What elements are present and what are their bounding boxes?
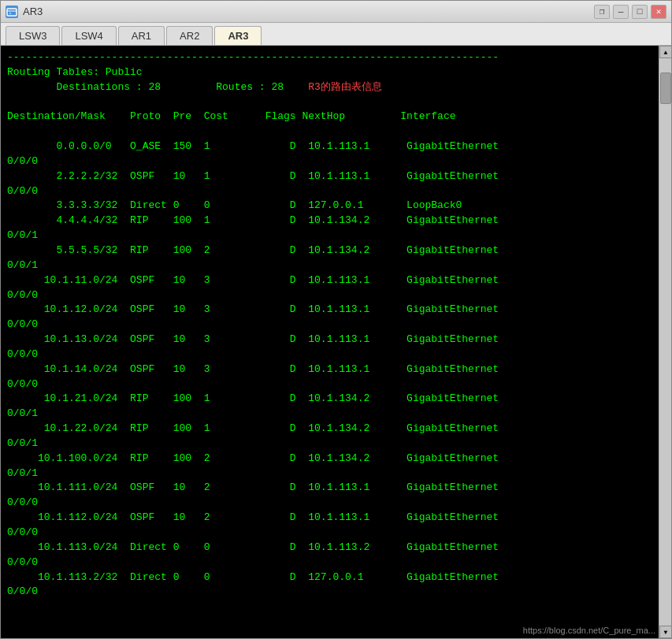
row-9-iface: 0/0/0 <box>7 378 38 390</box>
maximize-button[interactable]: □ <box>632 5 648 19</box>
row-7-iface: 0/0/0 <box>7 318 38 330</box>
row-15-iface: 0/0/0 <box>7 556 38 568</box>
terminal-content: ----------------------------------------… <box>1 46 671 638</box>
row-5: 5.5.5.5/32 RIP 100 2 D 10.1.134.2 Gigabi… <box>7 244 499 256</box>
svg-rect-0 <box>7 9 17 16</box>
row-5-iface: 0/0/1 <box>7 259 38 271</box>
app-icon <box>6 6 18 18</box>
column-header: Destination/Mask Proto Pre Cost Flags Ne… <box>7 110 456 122</box>
separator-line: ----------------------------------------… <box>7 51 499 63</box>
row-4: 4.4.4.4/32 RIP 100 1 D 10.1.134.2 Gigabi… <box>7 214 499 226</box>
row-4-iface: 0/0/1 <box>7 229 38 241</box>
scrollbar[interactable]: ▲ ▼ <box>659 46 671 638</box>
row-9: 10.1.14.0/24 OSPF 10 3 D 10.1.113.1 Giga… <box>7 363 499 375</box>
minimize-button[interactable]: — <box>613 5 629 19</box>
row-16: 10.1.113.2/32 Direct 0 0 D 127.0.0.1 Gig… <box>7 571 499 583</box>
main-window: AR3 ❐ — □ ✕ LSW3 LSW4 AR1 AR2 AR3 ------… <box>0 0 672 639</box>
scrollbar-down-button[interactable]: ▼ <box>659 626 671 638</box>
row-10-iface: 0/0/1 <box>7 407 38 419</box>
restore-button[interactable]: ❐ <box>594 5 610 19</box>
row-1: 0.0.0.0/0 O_ASE 150 1 D 10.1.113.1 Gigab… <box>7 140 499 152</box>
annotation: R3的路由表信息 <box>308 81 382 93</box>
title-bar-left: AR3 <box>6 6 43 18</box>
row-13: 10.1.111.0/24 OSPF 10 2 D 10.1.113.1 Gig… <box>7 481 499 493</box>
row-15: 10.1.113.0/24 Direct 0 0 D 10.1.113.2 Gi… <box>7 541 499 553</box>
row-12-iface: 0/0/1 <box>7 467 38 479</box>
close-button[interactable]: ✕ <box>651 5 666 19</box>
row-13-iface: 0/0/0 <box>7 496 38 508</box>
row-16-iface: 0/0/0 <box>7 585 38 597</box>
row-14: 10.1.112.0/24 OSPF 10 2 D 10.1.113.1 Gig… <box>7 511 499 523</box>
row-6-iface: 0/0/0 <box>7 289 38 301</box>
window-controls: ❐ — □ ✕ <box>594 5 666 19</box>
destinations-routes: Destinations : 28 Routes : 28 <box>7 81 308 93</box>
row-1-iface: 0/0/0 <box>7 155 38 167</box>
row-11-iface: 0/0/1 <box>7 437 38 449</box>
title-bar: AR3 ❐ — □ ✕ <box>1 1 671 23</box>
row-3: 3.3.3.3/32 Direct 0 0 D 127.0.0.1 LoopBa… <box>7 199 462 211</box>
row-10: 10.1.21.0/24 RIP 100 1 D 10.1.134.2 Giga… <box>7 392 499 404</box>
tab-lsw3[interactable]: LSW3 <box>6 26 60 45</box>
tab-lsw4[interactable]: LSW4 <box>61 26 116 45</box>
tab-bar: LSW3 LSW4 AR1 AR2 AR3 <box>1 23 671 46</box>
tab-ar3[interactable]: AR3 <box>214 26 262 45</box>
routing-tables-header: Routing Tables: Public <box>7 66 143 78</box>
scrollbar-thumb[interactable] <box>660 72 671 104</box>
row-7: 10.1.12.0/24 OSPF 10 3 D 10.1.113.1 Giga… <box>7 303 499 315</box>
row-2-iface: 0/0/0 <box>7 185 38 197</box>
row-12: 10.1.100.0/24 RIP 100 2 D 10.1.134.2 Gig… <box>7 452 499 464</box>
scrollbar-up-button[interactable]: ▲ <box>659 46 671 58</box>
row-8: 10.1.13.0/24 OSPF 10 3 D 10.1.113.1 Giga… <box>7 333 499 345</box>
row-11: 10.1.22.0/24 RIP 100 1 D 10.1.134.2 Giga… <box>7 422 499 434</box>
terminal-output: ----------------------------------------… <box>7 50 665 600</box>
row-2: 2.2.2.2/32 OSPF 10 1 D 10.1.113.1 Gigabi… <box>7 170 499 182</box>
row-8-iface: 0/0/0 <box>7 348 38 360</box>
row-6: 10.1.11.0/24 OSPF 10 3 D 10.1.113.1 Giga… <box>7 274 499 286</box>
row-14-iface: 0/0/0 <box>7 526 38 538</box>
tab-ar1[interactable]: AR1 <box>118 26 165 45</box>
window-title: AR3 <box>23 6 43 17</box>
tab-ar2[interactable]: AR2 <box>166 26 213 45</box>
watermark: https://blog.csdn.net/C_pure_ma... <box>523 626 655 635</box>
